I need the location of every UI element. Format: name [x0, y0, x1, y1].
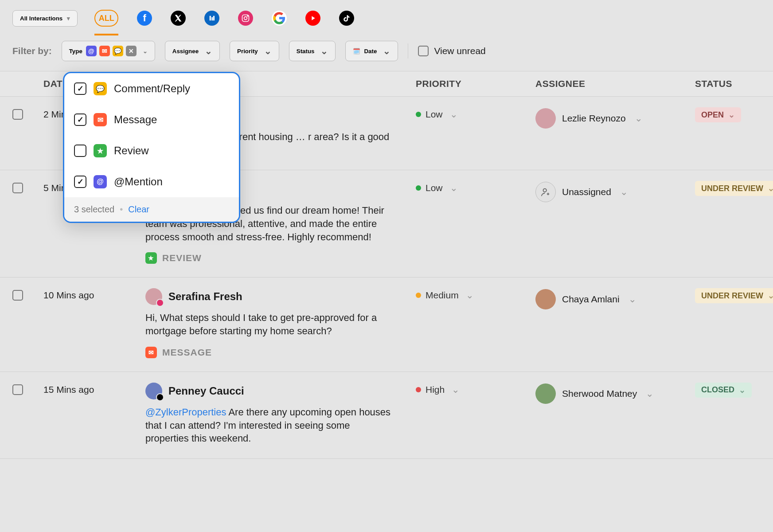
row-time: 10 Mins ago [43, 288, 145, 301]
msg-icon: ✉ [145, 347, 157, 358]
platform-all-tab[interactable]: ALL [94, 10, 118, 27]
chevron-down-icon: ⌄ [450, 183, 458, 193]
clear-button[interactable]: Clear [128, 204, 149, 215]
row-status-select[interactable]: UNDER REVIEW ⌄ [695, 288, 773, 303]
chevron-down-icon: ▾ [67, 15, 70, 22]
priority-label: Low [426, 109, 443, 120]
assignee-name: Unassigned [562, 187, 611, 197]
row-checkbox[interactable] [12, 384, 23, 395]
row-assignee-select[interactable]: Sherwood Matney ⌄ [535, 383, 695, 404]
priority-dot-icon [416, 112, 421, 117]
message-icon: ✉ [94, 113, 107, 126]
type-filter-popover: 💬 Comment/Reply ✉ Message ★ Review @ @Me… [63, 72, 240, 223]
rev-icon: ★ [145, 252, 157, 264]
chevron-down-icon: ⌄ [768, 184, 773, 193]
filter-row: Filter by: Type @ ✉ 💬 ✕ ⌄ Assignee Prior… [0, 35, 773, 71]
row-time: 15 Mins ago [43, 383, 145, 395]
mention-type-icon: @ [86, 46, 97, 56]
instagram-icon[interactable] [238, 11, 253, 26]
filter-date-dropdown[interactable]: 🗓️ Date [345, 41, 398, 61]
filter-assignee-dropdown[interactable]: Assignee [165, 41, 220, 61]
checkbox-icon[interactable] [74, 82, 86, 95]
topbar: All Interactions ▾ ALL f [0, 0, 773, 35]
col-priority: PRIORITY [416, 78, 535, 89]
priority-dot-icon [416, 293, 421, 298]
row-body: @ZylkerProperties Are there any upcoming… [145, 406, 394, 445]
type-popover-footer: 3 selected • Clear [64, 197, 239, 222]
row-checkbox[interactable] [12, 290, 23, 301]
calendar-icon: 🗓️ [353, 48, 360, 55]
status-label: UNDER REVIEW [701, 184, 763, 193]
table-row[interactable]: 15 Mins agoPenney Caucci@ZylkerPropertie… [0, 372, 773, 459]
row-status-select[interactable]: CLOSED ⌄ [695, 383, 773, 398]
checkbox-icon[interactable] [74, 145, 86, 157]
filter-type-label: Type [69, 48, 82, 55]
checkbox-icon[interactable] [418, 46, 429, 56]
type-option-label: Review [114, 145, 149, 157]
table-row[interactable]: 10 Mins agoSerafina FreshHi, What steps … [0, 278, 773, 372]
svg-point-5 [247, 16, 248, 16]
row-assignee-select[interactable]: Unassigned ⌄ [535, 181, 695, 202]
filter-date-label: Date [364, 48, 377, 55]
chevron-down-icon: ⌄ [728, 110, 735, 120]
row-priority-select[interactable]: Low ⌄ [416, 107, 535, 120]
chevron-down-icon: ⌄ [620, 187, 628, 197]
status-label: CLOSED [701, 385, 734, 395]
message-type-icon: ✉ [99, 46, 110, 56]
filter-type-dropdown[interactable]: Type @ ✉ 💬 ✕ ⌄ [62, 41, 155, 61]
selected-count: 3 selected [74, 204, 114, 215]
chevron-down-icon: ⌄ [629, 294, 636, 305]
priority-label: Low [426, 183, 443, 193]
row-checkbox[interactable] [12, 183, 23, 193]
svg-point-4 [244, 17, 247, 20]
row-checkbox[interactable] [12, 109, 23, 120]
linkedin-icon[interactable] [204, 11, 219, 26]
status-label: UNDER REVIEW [701, 291, 763, 301]
row-priority-select[interactable]: Low ⌄ [416, 181, 535, 193]
chevron-down-icon: ⌄ [739, 385, 746, 395]
row-priority-select[interactable]: High ⌄ [416, 383, 535, 395]
youtube-icon[interactable] [305, 11, 320, 26]
platform-badge-icon [156, 393, 164, 401]
facebook-icon[interactable]: f [137, 11, 152, 26]
checkbox-icon[interactable] [74, 113, 86, 126]
filter-priority-dropdown[interactable]: Priority [230, 41, 279, 61]
row-assignee-select[interactable]: Chaya Amlani ⌄ [535, 288, 695, 309]
type-option-mention[interactable]: @ @Mention [64, 166, 239, 197]
chevron-down-icon: ⌄ [768, 291, 773, 301]
row-priority-select[interactable]: Medium ⌄ [416, 288, 535, 301]
view-unread-label: View unread [434, 46, 485, 56]
row-status-select[interactable]: UNDER REVIEW ⌄ [695, 181, 773, 196]
type-option-message[interactable]: ✉ Message [64, 104, 239, 135]
row-details: Penney Caucci@ZylkerProperties Are there… [145, 383, 416, 445]
all-interactions-dropdown[interactable]: All Interactions ▾ [12, 10, 78, 27]
filter-status-dropdown[interactable]: Status [289, 41, 336, 61]
svg-rect-0 [210, 16, 211, 21]
review-icon: ★ [94, 144, 107, 157]
priority-dot-icon [416, 387, 421, 392]
platform-badge-icon [156, 299, 164, 307]
x-icon[interactable] [171, 11, 186, 26]
priority-label: Medium [426, 290, 459, 301]
type-option-label: Comment/Reply [114, 82, 190, 95]
avatar [145, 383, 162, 399]
chevron-down-icon: ⌄ [450, 109, 458, 120]
assignee-avatar [535, 383, 556, 404]
priority-label: High [426, 384, 445, 395]
comment-type-icon: 💬 [113, 46, 123, 56]
mention-link[interactable]: @ZylkerProperties [145, 407, 226, 418]
google-icon[interactable] [272, 11, 287, 26]
view-unread-toggle[interactable]: View unread [418, 46, 485, 56]
tiktok-icon[interactable] [339, 11, 354, 26]
checkbox-icon[interactable] [74, 176, 86, 188]
type-option-review[interactable]: ★ Review [64, 135, 239, 166]
type-option-comment[interactable]: 💬 Comment/Reply [64, 73, 239, 104]
filter-type-selected-icons: @ ✉ 💬 ✕ [86, 46, 137, 56]
row-status-select[interactable]: OPEN ⌄ [695, 107, 773, 122]
row-assignee-select[interactable]: Lezlie Reynozo ⌄ [535, 107, 695, 129]
clear-type-icon[interactable]: ✕ [126, 46, 137, 56]
filter-priority-label: Priority [237, 48, 258, 55]
type-option-label: Message [114, 113, 157, 126]
assignee-name: Chaya Amlani [562, 294, 620, 305]
separator-dot: • [120, 204, 123, 215]
